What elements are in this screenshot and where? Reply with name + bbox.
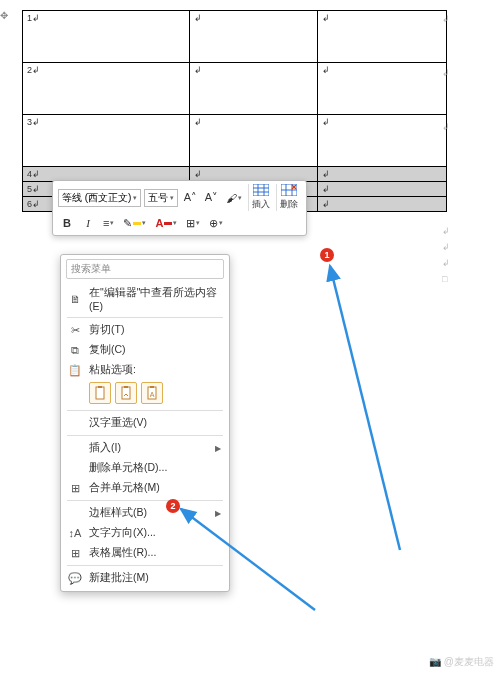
table-row: 2↲↲↲	[23, 63, 447, 115]
lookup-icon: 🗎	[67, 292, 83, 306]
copy-icon: ⧉	[67, 343, 83, 357]
table-row: 1↲↲↲	[23, 11, 447, 63]
paste-text-only[interactable]: A	[141, 382, 163, 404]
merge-icon: ⊞	[67, 481, 83, 495]
table-cell[interactable]: ↲	[318, 197, 447, 212]
svg-rect-16	[150, 386, 154, 388]
svg-rect-11	[96, 387, 104, 399]
svg-rect-0	[253, 184, 269, 196]
menu-copy[interactable]: ⧉复制(C)	[61, 340, 229, 360]
font-color-button[interactable]: A▾	[152, 214, 180, 232]
table-cell[interactable]: ↲	[318, 63, 447, 115]
align-button[interactable]: ≡▾	[100, 214, 117, 232]
annotation-badge-2: 2	[166, 499, 180, 513]
insert-dropdown[interactable]: ⊕▾	[206, 214, 226, 232]
menu-text-direction[interactable]: ↕A文字方向(X)...	[61, 523, 229, 543]
table-cell[interactable]: 3↲	[23, 115, 190, 167]
highlight-icon: ✎	[123, 217, 132, 230]
table-delete-icon	[281, 184, 297, 198]
table-anchor-icon[interactable]: ✥	[0, 10, 8, 21]
table-row: 3↲↲↲	[23, 115, 447, 167]
italic-button[interactable]: I	[79, 214, 97, 232]
insert-icon: ⊕	[209, 217, 218, 230]
paragraph-mark: ↲	[442, 258, 450, 268]
svg-line-18	[330, 266, 400, 550]
menu-reconvert[interactable]: 汉字重选(V)	[61, 413, 229, 433]
menu-merge-cells[interactable]: ⊞合并单元格(M)	[61, 478, 229, 498]
svg-rect-12	[98, 386, 102, 388]
table-cell[interactable]: ↲	[318, 11, 447, 63]
delete-table-group[interactable]: 删除	[276, 184, 301, 211]
borders-icon: ⊞	[186, 217, 195, 230]
watermark: 📷 @麦麦电器	[429, 655, 494, 669]
insert-table-group[interactable]: 插入	[248, 184, 273, 211]
font-size-select[interactable]: 五号▾	[144, 189, 178, 207]
svg-rect-14	[124, 386, 128, 388]
menu-border-styles[interactable]: 边框样式(B)▶	[61, 503, 229, 523]
menu-cut[interactable]: ✂剪切(T)	[61, 320, 229, 340]
chevron-right-icon: ▶	[215, 509, 221, 518]
table-cell[interactable]: ↲	[189, 63, 318, 115]
borders-button[interactable]: ⊞▾	[183, 214, 203, 232]
paragraph-mark: ↲	[442, 14, 450, 24]
cut-icon: ✂	[67, 323, 83, 337]
annotation-arrow-1	[240, 260, 420, 560]
shrink-font-button[interactable]: A˅	[202, 189, 220, 207]
comment-icon: 💬	[67, 571, 83, 585]
grow-font-button[interactable]: A˄	[181, 189, 199, 207]
menu-delete-cells[interactable]: 删除单元格(D)...	[61, 458, 229, 478]
svg-rect-13	[122, 387, 130, 399]
bold-button[interactable]: B	[58, 214, 76, 232]
menu-table-properties[interactable]: ⊞表格属性(R)...	[61, 543, 229, 563]
paragraph-mark: ↲	[442, 68, 450, 78]
paragraph-mark: ↲	[442, 122, 450, 132]
paste-icon: 📋	[67, 363, 83, 377]
font-family-select[interactable]: 等线 (西文正文)▾	[58, 189, 141, 207]
paragraph-mark: ↲	[442, 242, 450, 252]
table-icon	[253, 184, 269, 198]
annotation-badge-1: 1	[320, 248, 334, 262]
format-painter-button[interactable]: 🖌▾	[223, 189, 245, 207]
context-menu: 搜索菜单 🗎在"编辑器"中查看所选内容(E) ✂剪切(T) ⧉复制(C) 📋粘贴…	[60, 254, 230, 592]
paste-merge[interactable]	[115, 382, 137, 404]
paragraph-mark: ↲	[442, 226, 450, 236]
text-direction-icon: ↕A	[67, 526, 83, 540]
table-props-icon: ⊞	[67, 546, 83, 560]
table-cell[interactable]: ↲	[318, 182, 447, 197]
mini-toolbar: 等线 (西文正文)▾ 五号▾ A˄ A˅ 🖌▾ 插入 删除 B I ≡▾ ✎▾ …	[52, 180, 307, 236]
table-cell[interactable]: ↲	[318, 115, 447, 167]
highlight-button[interactable]: ✎▾	[120, 214, 149, 232]
table-cell[interactable]: ↲	[318, 167, 447, 182]
svg-text:A: A	[150, 391, 155, 398]
menu-new-comment[interactable]: 💬新建批注(M)	[61, 568, 229, 588]
menu-paste-options: 📋粘贴选项:	[61, 360, 229, 380]
table-cell[interactable]: 2↲	[23, 63, 190, 115]
align-icon: ≡	[103, 217, 109, 229]
table-cell[interactable]: ↲	[189, 115, 318, 167]
paste-keep-source[interactable]	[89, 382, 111, 404]
menu-insert[interactable]: 插入(I)▶	[61, 438, 229, 458]
table-cell[interactable]: ↲	[189, 11, 318, 63]
menu-lookup[interactable]: 🗎在"编辑器"中查看所选内容(E)	[61, 283, 229, 315]
table-cell[interactable]: 1↲	[23, 11, 190, 63]
end-of-cell-mark: □	[442, 274, 447, 284]
menu-search-input[interactable]: 搜索菜单	[66, 259, 224, 279]
brush-icon: 🖌	[226, 192, 237, 204]
chevron-right-icon: ▶	[215, 444, 221, 453]
